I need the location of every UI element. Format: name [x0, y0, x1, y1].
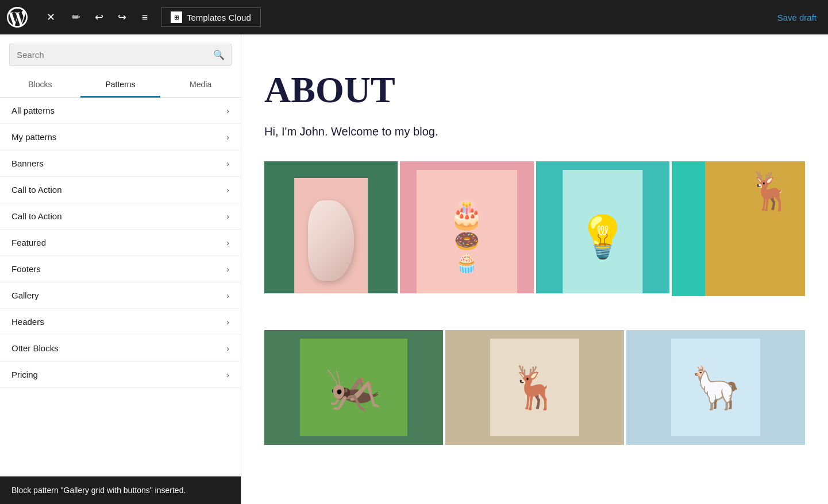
search-input[interactable] [9, 44, 232, 66]
chevron-icon: › [226, 133, 229, 142]
list-view-button[interactable]: ≡ [134, 7, 155, 28]
toast-message: Block pattern "Gallery grid with buttons… [11, 486, 186, 495]
gallery-grid-top: 🎂 🍩 🧁 💡 🦌 [264, 161, 805, 328]
sidebar-item-call-to-action-1[interactable]: Call to Action › [0, 177, 241, 203]
tabs: Blocks Patterns Media [0, 73, 241, 98]
sidebar-item-all-patterns[interactable]: All patterns › [0, 98, 241, 124]
undo-button[interactable]: ↩ [88, 7, 109, 28]
chevron-icon: › [226, 265, 229, 274]
page-title: ABOUT [264, 69, 805, 111]
search-input-wrapper: 🔍 [9, 44, 232, 66]
otter-blocks-label: Otter Blocks [11, 343, 59, 353]
sidebar-item-gallery[interactable]: Gallery › [0, 282, 241, 309]
panel-scroll[interactable]: All patterns › My patterns › Banners › C… [0, 98, 241, 504]
gallery-item-6[interactable]: 🦌 [445, 330, 624, 445]
banners-label: Banners [11, 158, 44, 168]
page-subtitle: Hi, I'm John. Welcome to my blog. [264, 125, 805, 138]
chevron-icon: › [226, 185, 229, 195]
undo-icon: ↩ [95, 11, 103, 24]
redo-icon: ↪ [118, 11, 126, 24]
toast-notification: Block pattern "Gallery grid with buttons… [0, 476, 241, 504]
tab-blocks[interactable]: Blocks [0, 73, 80, 98]
gallery-item-1[interactable] [264, 161, 398, 328]
gallery-item-5[interactable]: 🦗 [264, 330, 443, 445]
footers-label: Footers [11, 264, 41, 274]
chevron-icon: › [226, 317, 229, 327]
chevron-icon: › [226, 106, 229, 115]
templates-cloud-button[interactable]: ⊞ Templates Cloud [161, 7, 261, 27]
gallery-label: Gallery [11, 290, 39, 300]
list-icon: ≡ [142, 11, 148, 24]
save-draft-button[interactable]: Save draft [777, 13, 817, 22]
edit-icon: ✏ [72, 11, 80, 24]
sidebar-item-footers[interactable]: Footers › [0, 256, 241, 282]
toolbar: ✕ ✏ ↩ ↪ ≡ ⊞ Templates Cloud Save draft [0, 0, 828, 34]
search-bar: 🔍 [0, 34, 241, 73]
gallery-item-4[interactable]: 🦌 [672, 161, 805, 328]
sidebar-item-banners[interactable]: Banners › [0, 150, 241, 177]
sidebar-item-call-to-action-2[interactable]: Call to Action › [0, 203, 241, 230]
sidebar-item-my-patterns[interactable]: My patterns › [0, 124, 241, 150]
pricing-label: Pricing [11, 370, 38, 379]
close-button[interactable]: ✕ [37, 3, 64, 31]
chevron-icon: › [226, 159, 229, 168]
gallery-item-7[interactable]: 🦙 [626, 330, 805, 445]
cta1-label: Call to Action [11, 185, 62, 195]
redo-button[interactable]: ↪ [111, 7, 132, 28]
chevron-icon: › [226, 291, 229, 300]
headers-label: Headers [11, 317, 44, 327]
cta2-label: Call to Action [11, 211, 62, 221]
gallery-item-2[interactable]: 🎂 🍩 🧁 [400, 161, 533, 328]
my-patterns-label: My patterns [11, 132, 56, 142]
chevron-icon: › [226, 344, 229, 353]
tc-icon: ⊞ [171, 11, 182, 23]
edit-button[interactable]: ✏ [66, 7, 86, 28]
main-layout: 🔍 Blocks Patterns Media All patterns › M… [0, 34, 828, 504]
chevron-icon: › [226, 238, 229, 247]
close-icon: ✕ [47, 11, 55, 24]
sidebar-item-featured[interactable]: Featured › [0, 230, 241, 256]
gallery-item-3[interactable]: 💡 [536, 161, 669, 328]
tab-patterns[interactable]: Patterns [80, 73, 161, 98]
wp-logo[interactable] [0, 0, 34, 34]
content-area: ABOUT Hi, I'm John. Welcome to my blog. … [241, 34, 828, 504]
chevron-icon: › [226, 212, 229, 221]
sidebar-item-pricing[interactable]: Pricing › [0, 362, 241, 388]
tab-media[interactable]: Media [160, 73, 241, 98]
sidebar-item-otter-blocks[interactable]: Otter Blocks › [0, 335, 241, 362]
gallery-grid-bottom: 🦗 🦌 🦙 [264, 330, 805, 445]
featured-label: Featured [11, 238, 46, 247]
chevron-icon: › [226, 370, 229, 379]
all-patterns-label: All patterns [11, 106, 55, 115]
sidebar: 🔍 Blocks Patterns Media All patterns › M… [0, 34, 241, 504]
sidebar-item-headers[interactable]: Headers › [0, 309, 241, 335]
templates-cloud-label: Templates Cloud [187, 13, 251, 22]
